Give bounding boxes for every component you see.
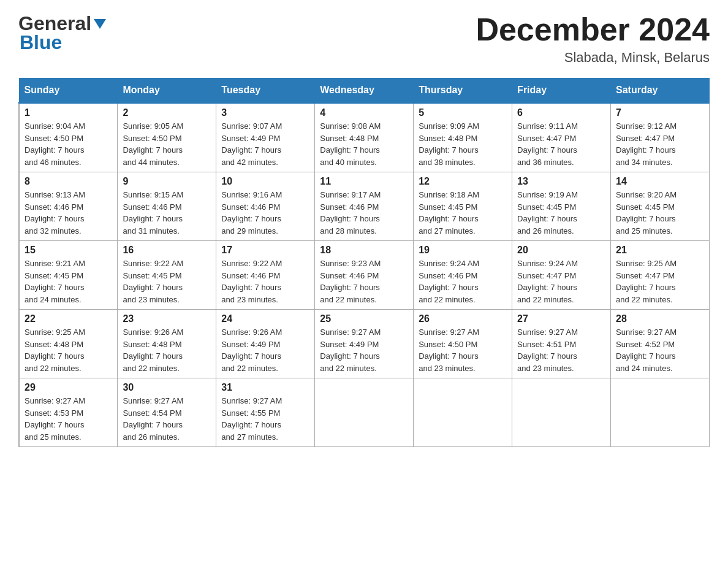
calendar-cell: 29Sunrise: 9:27 AM Sunset: 4:53 PM Dayli… bbox=[19, 378, 118, 447]
day-header-sunday: Sunday bbox=[19, 79, 118, 103]
day-info: Sunrise: 9:24 AM Sunset: 4:46 PM Dayligh… bbox=[419, 258, 507, 305]
day-number: 18 bbox=[320, 245, 408, 256]
day-info: Sunrise: 9:17 AM Sunset: 4:46 PM Dayligh… bbox=[320, 189, 408, 237]
day-number: 2 bbox=[123, 107, 211, 118]
day-info: Sunrise: 9:27 AM Sunset: 4:54 PM Dayligh… bbox=[123, 395, 211, 443]
logo-blue-text: Blue bbox=[20, 31, 62, 54]
calendar-cell: 9Sunrise: 9:15 AM Sunset: 4:46 PM Daylig… bbox=[118, 172, 216, 241]
day-info: Sunrise: 9:16 AM Sunset: 4:46 PM Dayligh… bbox=[221, 189, 309, 237]
calendar-cell bbox=[512, 378, 611, 447]
day-info: Sunrise: 9:22 AM Sunset: 4:46 PM Dayligh… bbox=[221, 258, 309, 305]
day-number: 12 bbox=[419, 176, 507, 187]
day-number: 28 bbox=[616, 313, 704, 324]
day-number: 10 bbox=[221, 176, 309, 187]
day-number: 23 bbox=[123, 313, 211, 324]
calendar-cell: 6Sunrise: 9:11 AM Sunset: 4:47 PM Daylig… bbox=[512, 103, 611, 172]
day-number: 7 bbox=[616, 107, 704, 118]
calendar-cell: 5Sunrise: 9:09 AM Sunset: 4:48 PM Daylig… bbox=[414, 103, 512, 172]
day-number: 1 bbox=[25, 107, 112, 118]
day-info: Sunrise: 9:04 AM Sunset: 4:50 PM Dayligh… bbox=[25, 120, 112, 168]
day-info: Sunrise: 9:22 AM Sunset: 4:45 PM Dayligh… bbox=[123, 258, 211, 305]
calendar-cell: 30Sunrise: 9:27 AM Sunset: 4:54 PM Dayli… bbox=[118, 378, 216, 447]
day-header-monday: Monday bbox=[118, 79, 216, 103]
day-info: Sunrise: 9:27 AM Sunset: 4:50 PM Dayligh… bbox=[419, 326, 507, 374]
calendar-cell: 1Sunrise: 9:04 AM Sunset: 4:50 PM Daylig… bbox=[19, 103, 118, 172]
svg-marker-0 bbox=[94, 19, 106, 29]
day-info: Sunrise: 9:27 AM Sunset: 4:52 PM Dayligh… bbox=[616, 326, 704, 374]
calendar-cell: 4Sunrise: 9:08 AM Sunset: 4:48 PM Daylig… bbox=[315, 103, 414, 172]
calendar-cell: 19Sunrise: 9:24 AM Sunset: 4:46 PM Dayli… bbox=[414, 241, 512, 310]
day-number: 9 bbox=[123, 176, 211, 187]
week-row-3: 15Sunrise: 9:21 AM Sunset: 4:45 PM Dayli… bbox=[19, 241, 710, 310]
day-header-friday: Friday bbox=[512, 79, 611, 103]
calendar-cell: 17Sunrise: 9:22 AM Sunset: 4:46 PM Dayli… bbox=[216, 241, 315, 310]
calendar-cell: 26Sunrise: 9:27 AM Sunset: 4:50 PM Dayli… bbox=[414, 310, 512, 378]
day-info: Sunrise: 9:05 AM Sunset: 4:50 PM Dayligh… bbox=[123, 120, 211, 168]
day-info: Sunrise: 9:18 AM Sunset: 4:45 PM Dayligh… bbox=[419, 189, 507, 237]
day-info: Sunrise: 9:27 AM Sunset: 4:51 PM Dayligh… bbox=[517, 326, 605, 374]
day-number: 5 bbox=[419, 107, 507, 118]
calendar-cell: 20Sunrise: 9:24 AM Sunset: 4:47 PM Dayli… bbox=[512, 241, 611, 310]
calendar-cell bbox=[611, 378, 710, 447]
week-row-2: 8Sunrise: 9:13 AM Sunset: 4:46 PM Daylig… bbox=[19, 172, 710, 241]
logo: General Blue bbox=[18, 12, 108, 54]
day-info: Sunrise: 9:13 AM Sunset: 4:46 PM Dayligh… bbox=[25, 189, 112, 237]
calendar-table: SundayMondayTuesdayWednesdayThursdayFrid… bbox=[18, 78, 710, 447]
calendar-cell: 14Sunrise: 9:20 AM Sunset: 4:45 PM Dayli… bbox=[611, 172, 710, 241]
day-number: 4 bbox=[320, 107, 408, 118]
day-header-wednesday: Wednesday bbox=[315, 79, 414, 103]
day-info: Sunrise: 9:09 AM Sunset: 4:48 PM Dayligh… bbox=[419, 120, 507, 168]
calendar-cell: 8Sunrise: 9:13 AM Sunset: 4:46 PM Daylig… bbox=[19, 172, 118, 241]
day-info: Sunrise: 9:11 AM Sunset: 4:47 PM Dayligh… bbox=[517, 120, 605, 168]
day-number: 29 bbox=[25, 382, 112, 393]
calendar-cell: 25Sunrise: 9:27 AM Sunset: 4:49 PM Dayli… bbox=[315, 310, 414, 378]
day-info: Sunrise: 9:24 AM Sunset: 4:47 PM Dayligh… bbox=[517, 258, 605, 305]
day-number: 17 bbox=[221, 245, 309, 256]
calendar-cell: 27Sunrise: 9:27 AM Sunset: 4:51 PM Dayli… bbox=[512, 310, 611, 378]
day-info: Sunrise: 9:23 AM Sunset: 4:46 PM Dayligh… bbox=[320, 258, 408, 305]
calendar-cell: 12Sunrise: 9:18 AM Sunset: 4:45 PM Dayli… bbox=[414, 172, 512, 241]
calendar-cell: 21Sunrise: 9:25 AM Sunset: 4:47 PM Dayli… bbox=[611, 241, 710, 310]
calendar-cell bbox=[414, 378, 512, 447]
day-number: 31 bbox=[221, 382, 309, 393]
day-info: Sunrise: 9:15 AM Sunset: 4:46 PM Dayligh… bbox=[123, 189, 211, 237]
day-number: 20 bbox=[517, 245, 605, 256]
day-info: Sunrise: 9:07 AM Sunset: 4:49 PM Dayligh… bbox=[221, 120, 309, 168]
day-info: Sunrise: 9:12 AM Sunset: 4:47 PM Dayligh… bbox=[616, 120, 704, 168]
days-header-row: SundayMondayTuesdayWednesdayThursdayFrid… bbox=[19, 79, 710, 103]
calendar-cell: 18Sunrise: 9:23 AM Sunset: 4:46 PM Dayli… bbox=[315, 241, 414, 310]
day-number: 19 bbox=[419, 245, 507, 256]
calendar-cell bbox=[315, 378, 414, 447]
day-number: 21 bbox=[616, 245, 704, 256]
month-title: December 2024 bbox=[476, 12, 710, 47]
day-header-saturday: Saturday bbox=[611, 79, 710, 103]
calendar-cell: 15Sunrise: 9:21 AM Sunset: 4:45 PM Dayli… bbox=[19, 241, 118, 310]
day-info: Sunrise: 9:26 AM Sunset: 4:49 PM Dayligh… bbox=[221, 326, 309, 374]
week-row-5: 29Sunrise: 9:27 AM Sunset: 4:53 PM Dayli… bbox=[19, 378, 710, 447]
calendar-cell: 3Sunrise: 9:07 AM Sunset: 4:49 PM Daylig… bbox=[216, 103, 315, 172]
day-header-thursday: Thursday bbox=[414, 79, 512, 103]
day-number: 14 bbox=[616, 176, 704, 187]
day-number: 25 bbox=[320, 313, 408, 324]
page-header: General Blue December 2024 Slabada, Mins… bbox=[18, 12, 710, 66]
title-section: December 2024 Slabada, Minsk, Belarus bbox=[476, 12, 710, 66]
day-number: 8 bbox=[25, 176, 112, 187]
calendar-cell: 11Sunrise: 9:17 AM Sunset: 4:46 PM Dayli… bbox=[315, 172, 414, 241]
day-number: 11 bbox=[320, 176, 408, 187]
day-number: 22 bbox=[25, 313, 112, 324]
day-info: Sunrise: 9:19 AM Sunset: 4:45 PM Dayligh… bbox=[517, 189, 605, 237]
day-info: Sunrise: 9:08 AM Sunset: 4:48 PM Dayligh… bbox=[320, 120, 408, 168]
day-number: 6 bbox=[517, 107, 605, 118]
calendar-cell: 31Sunrise: 9:27 AM Sunset: 4:55 PM Dayli… bbox=[216, 378, 315, 447]
day-number: 26 bbox=[419, 313, 507, 324]
day-info: Sunrise: 9:27 AM Sunset: 4:53 PM Dayligh… bbox=[25, 395, 112, 443]
week-row-1: 1Sunrise: 9:04 AM Sunset: 4:50 PM Daylig… bbox=[19, 103, 710, 172]
calendar-cell: 22Sunrise: 9:25 AM Sunset: 4:48 PM Dayli… bbox=[19, 310, 118, 378]
day-info: Sunrise: 9:25 AM Sunset: 4:47 PM Dayligh… bbox=[616, 258, 704, 305]
calendar-cell: 16Sunrise: 9:22 AM Sunset: 4:45 PM Dayli… bbox=[118, 241, 216, 310]
day-number: 16 bbox=[123, 245, 211, 256]
day-number: 30 bbox=[123, 382, 211, 393]
day-number: 3 bbox=[221, 107, 309, 118]
day-number: 13 bbox=[517, 176, 605, 187]
week-row-4: 22Sunrise: 9:25 AM Sunset: 4:48 PM Dayli… bbox=[19, 310, 710, 378]
